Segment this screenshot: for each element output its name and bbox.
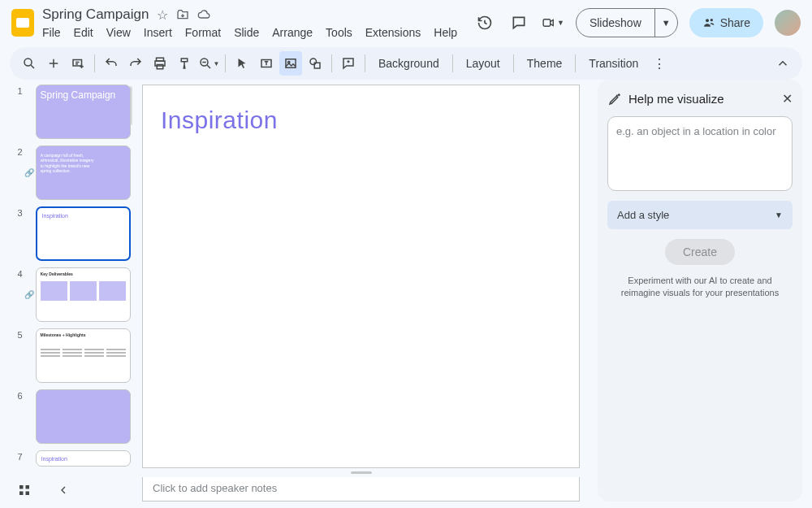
cloud-status-icon[interactable]: [197, 8, 210, 21]
slide-thumb-2[interactable]: A campaign full of fresh, whimsical, ill…: [36, 145, 131, 200]
share-button[interactable]: Share: [689, 8, 763, 37]
collapse-toolbar-icon[interactable]: [771, 51, 794, 76]
slides-app-icon[interactable]: [11, 9, 34, 37]
redo-tool[interactable]: [124, 51, 147, 76]
close-icon[interactable]: ✕: [782, 91, 793, 106]
new-slide-dropdown[interactable]: [67, 51, 89, 76]
meet-icon[interactable]: ▼: [542, 11, 564, 34]
thumb-number: 5: [13, 328, 23, 383]
slide-thumb-7[interactable]: Inspiration: [36, 450, 131, 467]
menu-extensions[interactable]: Extensions: [365, 26, 421, 39]
menu-bar: File Edit View Insert Format Slide Arran…: [42, 26, 465, 39]
thumb-number: 1: [13, 85, 23, 139]
svg-point-12: [310, 59, 317, 65]
zoom-tool[interactable]: ▼: [197, 51, 220, 76]
background-button[interactable]: Background: [370, 57, 447, 70]
link-icon: 🔗: [24, 290, 34, 299]
slide-thumb-3[interactable]: Inspiration: [36, 206, 131, 261]
print-tool[interactable]: [149, 51, 171, 76]
chevron-left-icon[interactable]: [52, 479, 75, 501]
svg-rect-15: [26, 485, 30, 489]
thumb-number: 2: [13, 145, 23, 200]
layout-button[interactable]: Layout: [458, 57, 508, 70]
slideshow-button[interactable]: Slideshow▼: [576, 8, 678, 37]
menu-slide[interactable]: Slide: [234, 26, 259, 39]
toolbar: ▼ Background Layout Theme Transition ⋮: [10, 47, 802, 80]
menu-help[interactable]: Help: [434, 26, 457, 39]
textbox-tool[interactable]: [255, 51, 278, 76]
search-tool[interactable]: [18, 51, 41, 76]
comment-tool[interactable]: [337, 51, 360, 76]
menu-view[interactable]: View: [106, 26, 131, 39]
shape-tool[interactable]: [304, 51, 326, 76]
svg-rect-10: [286, 59, 296, 68]
svg-point-1: [706, 19, 709, 22]
svg-point-3: [24, 59, 32, 66]
svg-rect-16: [19, 492, 24, 496]
style-select[interactable]: Add a style▼: [607, 201, 793, 229]
thumb-number: 7: [13, 450, 23, 467]
svg-rect-14: [19, 485, 24, 489]
slide-heading[interactable]: Inspiration: [161, 106, 278, 134]
share-icon: [702, 16, 715, 29]
panel-hint: Experiment with our AI to create and rei…: [607, 275, 793, 300]
slide-thumb-5[interactable]: Milestones + Highlights: [36, 328, 131, 383]
menu-edit[interactable]: Edit: [74, 26, 93, 39]
thumb-number: 4: [13, 267, 23, 322]
slide-canvas[interactable]: Inspiration: [142, 85, 580, 468]
svg-rect-0: [543, 20, 551, 27]
slide-thumbnails: 1 Spring Campaign 2🔗 A campaign full of …: [0, 80, 134, 508]
menu-tools[interactable]: Tools: [326, 26, 352, 39]
star-icon[interactable]: ☆: [157, 7, 168, 23]
prompt-input[interactable]: e.g. an object in a location in color: [607, 116, 793, 191]
menu-format[interactable]: Format: [185, 26, 221, 39]
history-icon[interactable]: [473, 11, 496, 34]
transition-button[interactable]: Transition: [581, 57, 646, 70]
slide-thumb-1[interactable]: Spring Campaign: [36, 85, 131, 139]
comments-icon[interactable]: [508, 11, 530, 34]
slide-thumb-6[interactable]: [36, 389, 131, 444]
pencil-spark-icon: [607, 92, 622, 106]
notes-resize-handle[interactable]: [142, 468, 580, 477]
svg-point-2: [710, 19, 712, 21]
menu-arrange[interactable]: Arrange: [272, 26, 313, 39]
slide-thumb-4[interactable]: Key Deliverables: [36, 267, 131, 322]
paint-format-tool[interactable]: [173, 51, 196, 76]
select-tool[interactable]: [231, 51, 253, 76]
image-tool[interactable]: [279, 51, 302, 76]
undo-tool[interactable]: [100, 51, 123, 76]
svg-rect-17: [26, 492, 30, 496]
panel-title: Help me visualize: [628, 92, 775, 106]
new-slide-tool[interactable]: [42, 51, 65, 76]
thumb-number: 3: [13, 206, 23, 261]
document-title[interactable]: Spring Campaign: [42, 7, 149, 23]
create-button[interactable]: Create: [665, 239, 735, 265]
thumb-number: 6: [13, 389, 23, 444]
help-me-visualize-panel: Help me visualize ✕ e.g. an object in a …: [598, 80, 802, 501]
chevron-down-icon: ▼: [775, 211, 783, 219]
slideshow-dropdown-icon[interactable]: ▼: [655, 18, 677, 28]
theme-button[interactable]: Theme: [519, 57, 571, 70]
more-tools-icon[interactable]: ⋮: [648, 51, 671, 76]
grid-view-icon[interactable]: [13, 479, 36, 501]
menu-insert[interactable]: Insert: [144, 26, 172, 39]
move-icon[interactable]: [176, 8, 189, 21]
speaker-notes[interactable]: Click to add speaker notes: [142, 477, 580, 501]
menu-file[interactable]: File: [42, 26, 61, 39]
link-icon: 🔗: [24, 168, 34, 177]
account-avatar[interactable]: [775, 10, 801, 36]
